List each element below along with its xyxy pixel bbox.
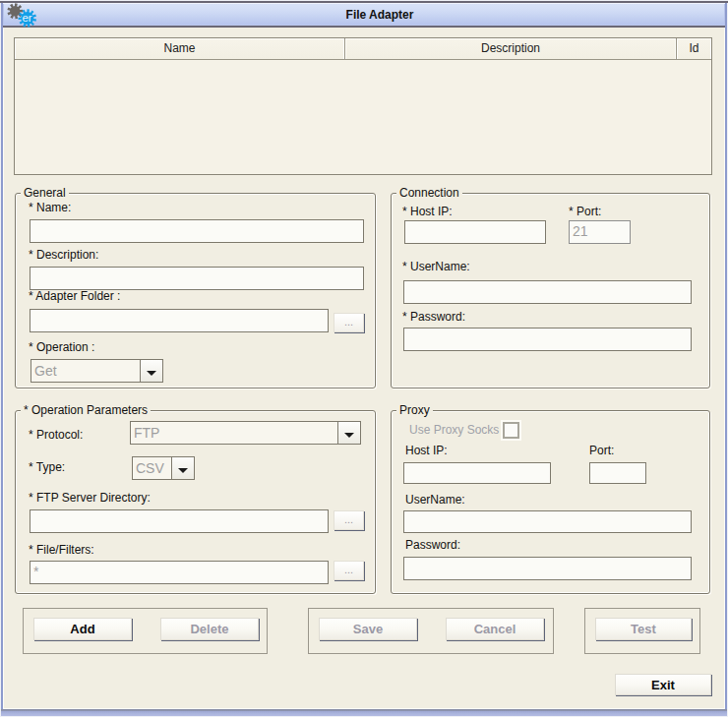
svg-text:er: er bbox=[22, 12, 31, 24]
